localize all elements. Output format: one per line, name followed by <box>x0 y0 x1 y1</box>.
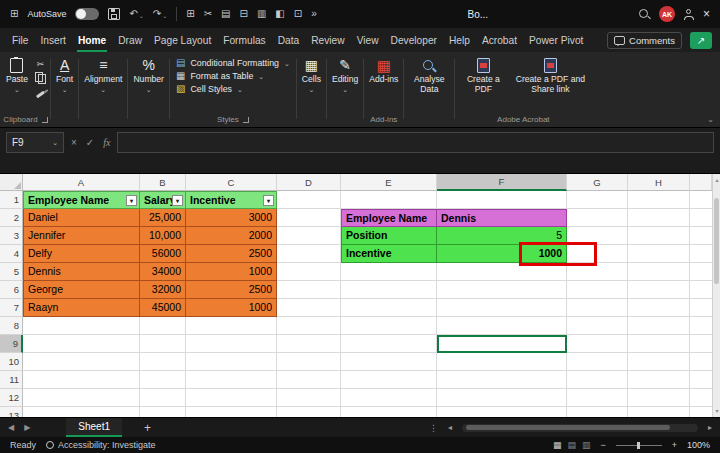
undo-button[interactable]: ↶⌄ <box>129 9 143 19</box>
tab-view[interactable]: View <box>351 28 385 52</box>
cell-a5[interactable]: Dennis <box>23 263 140 281</box>
normal-view-icon[interactable]: ▦ <box>553 440 562 450</box>
cell-b2[interactable]: 25,000 <box>140 209 186 227</box>
column-header-b[interactable]: B <box>140 174 186 191</box>
cancel-icon[interactable]: × <box>71 137 77 148</box>
enter-icon[interactable]: ✓ <box>86 137 94 148</box>
row-header-1[interactable]: 1 <box>0 191 23 209</box>
paste-button[interactable]: Paste ⌄ <box>2 54 32 96</box>
format-as-table-button[interactable]: ▦ Format as Table ⌄ <box>176 71 290 81</box>
cell-a1[interactable]: Employee Name▾ <box>23 191 140 209</box>
add-sheet-button[interactable]: + <box>144 421 151 435</box>
tab-data[interactable]: Data <box>272 28 306 52</box>
sheet-tab-sheet1[interactable]: Sheet1 <box>66 418 122 437</box>
row-header-13[interactable]: 13 <box>0 407 23 417</box>
filter-dropdown-icon[interactable]: ▾ <box>172 195 183 206</box>
cell-b7[interactable]: 45000 <box>140 299 186 317</box>
row-header-7[interactable]: 7 <box>0 299 23 317</box>
row-header-9[interactable]: 9 <box>0 335 23 353</box>
sheet-nav-right-icon[interactable]: ▶ <box>24 423 30 432</box>
accessibility-button[interactable]: Accessibility: Investigate <box>46 440 156 450</box>
scroll-down-icon[interactable]: ▾ <box>713 407 720 415</box>
row-header-6[interactable]: 6 <box>0 281 23 299</box>
zoom-slider-knob[interactable] <box>637 442 640 449</box>
row-header-11[interactable]: 11 <box>0 371 23 389</box>
qat-half-square-icon[interactable]: ◧ <box>275 9 284 19</box>
cell-c1[interactable]: Incentive▾ <box>186 191 277 209</box>
conditional-formatting-button[interactable]: ▤ Conditional Formatting ⌄ <box>176 58 290 68</box>
cell-e2[interactable]: Employee Name <box>341 209 437 227</box>
column-header-h[interactable]: H <box>628 174 690 191</box>
name-box[interactable]: F9 ⌄ <box>6 132 64 153</box>
share-button[interactable]: ↗ <box>690 32 712 49</box>
row-header-4[interactable]: 4 <box>0 245 23 263</box>
vertical-scrollbar[interactable]: ▴ ▾ <box>712 174 720 417</box>
row-header-12[interactable]: 12 <box>0 389 23 407</box>
redo-button[interactable]: ↷⌄ <box>153 9 167 19</box>
cell-a2[interactable]: Daniel <box>23 209 140 227</box>
number-button[interactable]: % Number ⌄ <box>129 54 168 96</box>
select-all-button[interactable] <box>0 174 23 191</box>
copy-icon[interactable] <box>35 74 46 84</box>
hscroll-left-icon[interactable]: ◂ <box>448 423 452 432</box>
tab-page-layout[interactable]: Page Layout <box>148 28 217 52</box>
row-header-3[interactable]: 3 <box>0 227 23 245</box>
collapse-ribbon-icon[interactable]: ⌄ <box>707 115 714 124</box>
cell-b3[interactable]: 10,000 <box>140 227 186 245</box>
qat-rows-icon[interactable]: ▤ <box>221 9 230 19</box>
column-header-partial[interactable] <box>690 174 712 191</box>
cell-b1[interactable]: Salary▾ <box>140 191 186 209</box>
column-header-d[interactable]: D <box>277 174 341 191</box>
format-painter-icon[interactable] <box>36 89 45 99</box>
avatar[interactable]: AK <box>659 6 675 22</box>
alignment-button[interactable]: ≡ Alignment ⌄ <box>80 54 126 96</box>
column-header-a[interactable]: A <box>23 174 140 191</box>
tab-splitter-icon[interactable]: ⋮ <box>429 423 438 433</box>
page-break-view-icon[interactable]: ▥ <box>582 440 591 450</box>
editing-button[interactable]: ✎ Editing ⌄ <box>328 54 362 96</box>
horizontal-scrollbar-thumb[interactable] <box>466 425 670 430</box>
zoom-in-button[interactable]: + <box>672 440 677 450</box>
row-header-2[interactable]: 2 <box>0 209 23 227</box>
column-header-f[interactable]: F <box>437 174 567 191</box>
analyse-data-button[interactable]: Analyse Data <box>405 54 453 98</box>
tab-help[interactable]: Help <box>443 28 476 52</box>
person-icon[interactable] <box>684 9 694 20</box>
close-button[interactable]: × <box>703 7 710 21</box>
comments-button[interactable]: Comments <box>607 32 682 49</box>
cell-c4[interactable]: 2500 <box>186 245 277 263</box>
tab-home[interactable]: Home <box>72 28 112 52</box>
font-button[interactable]: A Font ⌄ <box>52 54 77 96</box>
cell-styles-button[interactable]: ▧ Cell Styles ⌄ <box>176 84 290 94</box>
cells-button[interactable]: ▦ Cells ⌄ <box>298 54 325 96</box>
cut-icon[interactable]: ✂ <box>37 59 45 69</box>
dialog-launcher-icon[interactable] <box>243 117 249 123</box>
cell-f2[interactable]: Dennis <box>437 209 567 227</box>
tab-draw[interactable]: Draw <box>112 28 148 52</box>
row-header-10[interactable]: 10 <box>0 353 23 371</box>
cell-c2[interactable]: 3000 <box>186 209 277 227</box>
addins-button[interactable]: ▦ Add-ins <box>365 54 402 88</box>
cell-b5[interactable]: 34000 <box>140 263 186 281</box>
dialog-launcher-icon[interactable] <box>42 117 48 123</box>
search-icon[interactable] <box>639 9 650 20</box>
create-pdf-button[interactable]: Create a PDF <box>456 54 510 98</box>
hscroll-right-icon[interactable]: ▸ <box>708 423 712 432</box>
qat-minus-grid-icon[interactable]: ⊟ <box>240 9 248 19</box>
cell-c6[interactable]: 2500 <box>186 281 277 299</box>
cell-a4[interactable]: Delfy <box>23 245 140 263</box>
zoom-out-button[interactable]: − <box>600 440 605 450</box>
row-header-5[interactable]: 5 <box>0 263 23 281</box>
active-cell-selection[interactable] <box>437 335 567 353</box>
horizontal-scrollbar[interactable] <box>462 424 698 432</box>
zoom-level[interactable]: 100% <box>687 440 710 450</box>
page-layout-view-icon[interactable]: ▤ <box>567 440 576 450</box>
zoom-slider[interactable] <box>616 445 662 446</box>
cell-a6[interactable]: George <box>23 281 140 299</box>
create-pdf-share-button[interactable]: Create a PDF and Share link <box>510 54 590 98</box>
autosave-toggle[interactable] <box>75 8 99 20</box>
insert-function-icon[interactable]: fx <box>103 137 110 148</box>
tab-power-pivot[interactable]: Power Pivot <box>523 28 589 52</box>
cell-b4[interactable]: 56000 <box>140 245 186 263</box>
cell-b6[interactable]: 32000 <box>140 281 186 299</box>
